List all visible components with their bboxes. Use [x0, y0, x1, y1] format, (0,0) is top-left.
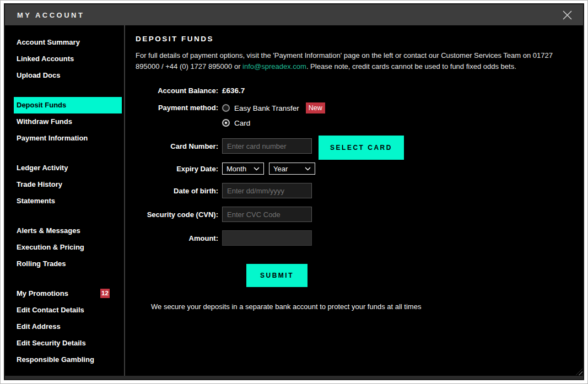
close-icon [563, 10, 572, 20]
sidebar-item-label: Upload Docs [17, 71, 60, 79]
sidebar-item-label: Statements [17, 197, 55, 205]
sidebar-item-label: Rolling Trades [17, 259, 66, 268]
sidebar-group: My Promotions12Edit Contact DetailsEdit … [5, 285, 124, 368]
amount-input[interactable] [222, 230, 312, 246]
dob-input[interactable] [222, 183, 312, 198]
sidebar-item-trade-history[interactable]: Trade History [14, 176, 122, 193]
sidebar-group: Deposit FundsWithdraw FundsPayment Infor… [5, 97, 124, 147]
sidebar-item-rolling-trades[interactable]: Rolling Trades [14, 256, 122, 272]
new-badge: New [306, 102, 325, 113]
sidebar-item-label: Trade History [17, 180, 62, 188]
sidebar-item-payment-information[interactable]: Payment Information [14, 130, 122, 147]
submit-button[interactable]: SUBMIT [246, 264, 308, 287]
page-title: DEPOSIT FUNDS [136, 35, 214, 43]
sidebar-item-upload-docs[interactable]: Upload Docs [14, 67, 122, 84]
expiry-month-select[interactable]: Month [222, 163, 264, 175]
dob-label: Date of birth: [136, 187, 218, 195]
payment-method-row: Payment method: Easy Bank Transfer New C… [136, 102, 325, 128]
sidebar-item-alerts-messages[interactable]: Alerts & Messages [14, 223, 122, 239]
sidebar-nav: Account SummaryLinked AccountsUpload Doc… [5, 25, 125, 376]
sidebar-item-linked-accounts[interactable]: Linked Accounts [14, 51, 122, 67]
sidebar-item-execution-pricing[interactable]: Execution & Pricing [14, 239, 122, 256]
sidebar-item-label: Deposit Funds [17, 101, 66, 109]
email-link[interactable]: info@spreadex.com [242, 62, 306, 71]
account-balance-row: Account Balance: £636.7 [136, 85, 245, 96]
sidebar-item-label: Linked Accounts [17, 55, 74, 63]
payment-method-label: Payment method: [136, 102, 218, 128]
intro-text: For full details of payment options, vis… [136, 50, 574, 72]
card-number-label: Card Number: [136, 142, 218, 150]
chevron-down-icon [305, 167, 311, 171]
sidebar-item-deposit-funds[interactable]: Deposit Funds [14, 97, 122, 113]
account-balance-label: Account Balance: [136, 86, 218, 95]
cvn-row: Security code (CVN): [136, 207, 312, 222]
bottom-strip [5, 376, 583, 379]
my-account-modal: MY ACCOUNT Account SummaryLinked Account… [4, 3, 584, 380]
sidebar-item-label: Edit Contact Details [17, 306, 84, 314]
sidebar-item-label: Edit Security Details [17, 339, 86, 347]
promotions-count-badge: 12 [100, 289, 110, 298]
expiry-row: Expiry Date: Month Year [136, 163, 315, 175]
expiry-label: Expiry Date: [136, 165, 218, 173]
window-title: MY ACCOUNT [17, 11, 84, 19]
account-balance-value: £636.7 [222, 86, 245, 95]
sidebar-item-withdraw-funds[interactable]: Withdraw Funds [14, 113, 122, 130]
sidebar-item-label: Edit Address [17, 322, 61, 331]
expiry-year-value: Year [273, 165, 288, 173]
payment-option-card[interactable]: Card [222, 117, 325, 128]
sidebar-item-edit-contact-details[interactable]: Edit Contact Details [14, 302, 122, 318]
sidebar-group: Ledger ActivityTrade HistoryStatements [5, 160, 124, 209]
card-number-row: Card Number: [136, 138, 312, 154]
sidebar-item-label: Payment Information [17, 134, 88, 142]
sidebar-item-account-summary[interactable]: Account Summary [14, 34, 122, 51]
sidebar-item-edit-security-details[interactable]: Edit Security Details [14, 335, 122, 351]
sidebar-group: Alerts & MessagesExecution & PricingRoll… [5, 223, 124, 272]
sidebar-item-label: Responsible Gambling [17, 355, 94, 364]
radio-card-icon[interactable] [222, 119, 230, 127]
cvn-input[interactable] [222, 207, 312, 222]
expiry-month-value: Month [226, 165, 246, 173]
close-button[interactable] [561, 9, 573, 21]
sidebar-item-edit-address[interactable]: Edit Address [14, 318, 122, 335]
expiry-year-select[interactable]: Year [269, 163, 315, 175]
sidebar-item-my-promotions[interactable]: My Promotions12 [14, 285, 122, 302]
card-number-input[interactable] [222, 138, 312, 154]
intro-after: . Please note, credit cards cannot be us… [306, 62, 516, 71]
sidebar-item-responsible-gambling[interactable]: Responsible Gambling [14, 351, 122, 368]
sidebar-item-statements[interactable]: Statements [14, 193, 122, 209]
sidebar-item-label: Withdraw Funds [17, 117, 72, 126]
sidebar-item-label: Execution & Pricing [17, 243, 84, 251]
sidebar-item-label: Ledger Activity [17, 164, 68, 172]
amount-row: Amount: [136, 230, 312, 246]
radio-card-label: Card [234, 119, 250, 127]
select-card-button[interactable]: SELECT CARD [319, 136, 404, 160]
sidebar-item-label: Alerts & Messages [17, 226, 80, 235]
main-content: DEPOSIT FUNDS For full details of paymen… [125, 25, 583, 376]
dob-row: Date of birth: [136, 183, 312, 198]
sidebar-item-label: My Promotions [17, 289, 68, 298]
payment-option-easy-bank-transfer[interactable]: Easy Bank Transfer New [222, 102, 325, 113]
radio-easy-bank-transfer-icon[interactable] [222, 104, 230, 112]
sidebar-item-label: Account Summary [17, 38, 80, 46]
cvn-label: Security code (CVN): [136, 210, 218, 219]
chevron-down-icon [253, 167, 260, 171]
sidebar-item-ledger-activity[interactable]: Ledger Activity [14, 160, 122, 176]
amount-label: Amount: [136, 234, 218, 242]
deposit-security-note: We secure your deposits in a separate ba… [151, 302, 421, 311]
sidebar-group: Account SummaryLinked AccountsUpload Doc… [5, 34, 124, 84]
titlebar: MY ACCOUNT [5, 4, 583, 25]
radio-easy-bank-transfer-label: Easy Bank Transfer [234, 104, 299, 112]
